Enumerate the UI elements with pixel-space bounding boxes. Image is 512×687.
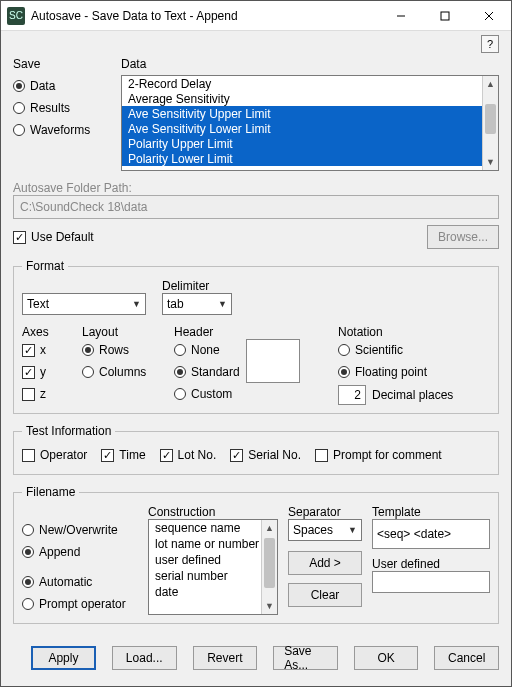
header-custom-label: Custom <box>191 387 232 401</box>
axis-y-label: y <box>40 365 46 379</box>
template-label: Template <box>372 505 490 519</box>
data-listbox[interactable]: 2-Record Delay Average Sensitivity Ave S… <box>121 75 499 171</box>
scroll-down-icon[interactable]: ▼ <box>262 598 277 614</box>
serial-label: Serial No. <box>248 448 301 462</box>
list-item[interactable]: 2-Record Delay <box>122 76 498 91</box>
construction-scrollbar[interactable]: ▲ ▼ <box>261 520 277 614</box>
notation-scientific-label: Scientific <box>355 343 403 357</box>
time-label: Time <box>119 448 145 462</box>
clear-button[interactable]: Clear <box>288 583 362 607</box>
load-button[interactable]: Load... <box>112 646 177 670</box>
axis-x-checkbox[interactable]: x <box>22 341 68 359</box>
scroll-thumb[interactable] <box>264 538 275 588</box>
header-custom-radio[interactable]: Custom <box>174 385 240 403</box>
header-standard-radio[interactable]: Standard <box>174 363 240 381</box>
separator-select[interactable]: Spaces▼ <box>288 519 362 541</box>
notation-label: Notation <box>338 325 490 339</box>
filename-prompt-label: Prompt operator <box>39 597 126 611</box>
scroll-down-icon[interactable]: ▼ <box>483 154 498 170</box>
close-button[interactable] <box>467 2 511 30</box>
notation-floating-radio[interactable]: Floating point <box>338 363 490 381</box>
filename-automatic-radio[interactable]: Automatic <box>22 573 138 591</box>
template-input[interactable]: <seq> <date> <box>372 519 490 549</box>
serial-checkbox[interactable]: Serial No. <box>230 446 301 464</box>
dialog-button-row: Apply Load... Revert Save As... OK Cance… <box>1 630 511 686</box>
axis-z-label: z <box>40 387 46 401</box>
userdefined-label: User defined <box>372 557 490 571</box>
layout-columns-radio[interactable]: Columns <box>82 363 160 381</box>
revert-button[interactable]: Revert <box>193 646 258 670</box>
scroll-up-icon[interactable]: ▲ <box>483 76 498 92</box>
save-label: Save <box>13 57 121 71</box>
format-type-select[interactable]: Text▼ <box>22 293 146 315</box>
lot-label: Lot No. <box>178 448 217 462</box>
dialog-content: ? Save Data Results Waveforms Data 2-Rec… <box>1 31 511 630</box>
add-button[interactable]: Add > <box>288 551 362 575</box>
notation-scientific-radio[interactable]: Scientific <box>338 341 490 359</box>
operator-checkbox[interactable]: Operator <box>22 446 87 464</box>
svg-rect-1 <box>441 12 449 20</box>
format-legend: Format <box>22 259 68 273</box>
construction-listbox[interactable]: sequence name lot name or number user de… <box>148 519 278 615</box>
app-icon: SC <box>7 7 25 25</box>
list-item[interactable]: Ave Sensitivity Upper Limit <box>122 106 498 121</box>
list-item[interactable]: Average Sensitivity <box>122 91 498 106</box>
testinfo-group: Test Information Operator Time Lot No. S… <box>13 424 499 475</box>
filename-new-label: New/Overwrite <box>39 523 118 537</box>
maximize-button[interactable] <box>423 2 467 30</box>
delimiter-select[interactable]: tab▼ <box>162 293 232 315</box>
list-item[interactable]: user defined <box>149 552 277 568</box>
list-item[interactable]: Polarity Lower Limit <box>122 151 498 166</box>
userdefined-input[interactable] <box>372 571 490 593</box>
list-item[interactable]: Polarity Upper Limit <box>122 136 498 151</box>
save-radio-results[interactable]: Results <box>13 99 121 117</box>
filename-group: Filename New/Overwrite Append Automatic … <box>13 485 499 624</box>
separator-label: Separator <box>288 505 362 519</box>
use-default-label: Use Default <box>31 230 94 244</box>
format-type-value: Text <box>27 297 49 311</box>
autosave-dialog: SC Autosave - Save Data to Text - Append… <box>0 0 512 687</box>
scroll-thumb[interactable] <box>485 104 496 134</box>
header-standard-label: Standard <box>191 365 240 379</box>
chevron-down-icon: ▼ <box>348 525 357 535</box>
list-item[interactable]: serial number <box>149 568 277 584</box>
apply-button[interactable]: Apply <box>31 646 96 670</box>
help-button[interactable]: ? <box>481 35 499 53</box>
saveas-button[interactable]: Save As... <box>273 646 338 670</box>
listbox-scrollbar[interactable]: ▲ ▼ <box>482 76 498 170</box>
chevron-down-icon: ▼ <box>218 299 227 309</box>
save-radio-waveforms[interactable]: Waveforms <box>13 121 121 139</box>
lot-checkbox[interactable]: Lot No. <box>160 446 217 464</box>
axis-z-checkbox[interactable]: z <box>22 385 68 403</box>
list-item[interactable]: Ave Sensitivity Lower Limit <box>122 121 498 136</box>
minimize-button[interactable] <box>379 2 423 30</box>
decimal-places-label: Decimal places <box>372 388 453 402</box>
axes-label: Axes <box>22 325 68 339</box>
list-item[interactable]: date <box>149 584 277 600</box>
layout-columns-label: Columns <box>99 365 146 379</box>
delimiter-label: Delimiter <box>162 279 232 293</box>
layout-rows-label: Rows <box>99 343 129 357</box>
browse-button[interactable]: Browse... <box>427 225 499 249</box>
axis-y-checkbox[interactable]: y <box>22 363 68 381</box>
prompt-comment-checkbox[interactable]: Prompt for comment <box>315 446 442 464</box>
use-default-checkbox[interactable]: Use Default <box>13 228 94 246</box>
filename-append-radio[interactable]: Append <box>22 543 138 561</box>
header-custom-text[interactable] <box>246 339 300 383</box>
header-none-radio[interactable]: None <box>174 341 240 359</box>
save-radio-data[interactable]: Data <box>13 77 121 95</box>
time-checkbox[interactable]: Time <box>101 446 145 464</box>
list-item[interactable]: lot name or number <box>149 536 277 552</box>
layout-rows-radio[interactable]: Rows <box>82 341 160 359</box>
construction-label: Construction <box>148 505 278 519</box>
decimal-places-input[interactable]: 2 <box>338 385 366 405</box>
filename-append-label: Append <box>39 545 80 559</box>
delimiter-value: tab <box>167 297 184 311</box>
cancel-button[interactable]: Cancel <box>434 646 499 670</box>
filename-new-radio[interactable]: New/Overwrite <box>22 521 138 539</box>
scroll-up-icon[interactable]: ▲ <box>262 520 277 536</box>
filename-prompt-radio[interactable]: Prompt operator <box>22 595 138 613</box>
save-results-label: Results <box>30 101 70 115</box>
list-item[interactable]: sequence name <box>149 520 277 536</box>
ok-button[interactable]: OK <box>354 646 419 670</box>
